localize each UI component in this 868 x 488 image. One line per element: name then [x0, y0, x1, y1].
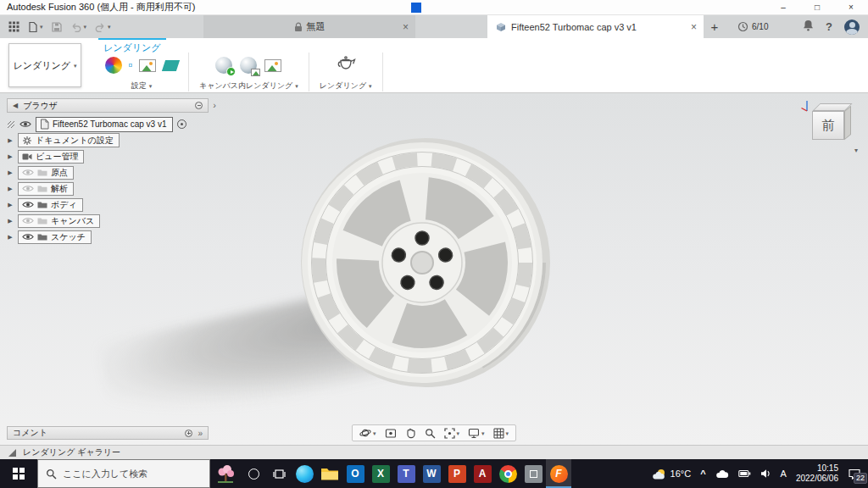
viewcube-right-face[interactable] — [844, 106, 851, 141]
visibility-eye-icon[interactable] — [22, 201, 34, 208]
browser-node[interactable]: 解析 — [18, 182, 74, 196]
browser-node[interactable]: スケッチ — [18, 230, 92, 244]
search-input[interactable] — [63, 469, 198, 479]
close-button[interactable]: × — [834, 0, 868, 14]
undo-button[interactable]: ▾ — [70, 22, 87, 32]
grid-layout-button[interactable]: ▾ — [490, 425, 513, 441]
browser-row-view-management[interactable]: ▶ ビュー管理 — [7, 148, 209, 164]
taskbar-app-outlook[interactable]: O — [342, 459, 368, 488]
add-comment-icon[interactable] — [185, 430, 192, 437]
expand-arrow-icon[interactable]: ▶ — [7, 169, 14, 176]
hidden-icons-chevron[interactable]: ^ — [700, 469, 705, 479]
maximize-button[interactable]: □ — [800, 0, 834, 14]
notifications-bell-icon[interactable] — [803, 19, 814, 35]
task-view-button[interactable] — [266, 459, 292, 488]
browser-root-node[interactable]: Fifteen52 Turbomac cap v3 v1 — [36, 117, 173, 132]
expand-comments-icon[interactable]: » — [198, 429, 203, 438]
render-teapot-icon[interactable] — [336, 56, 356, 75]
in-canvas-render-icon[interactable] — [215, 57, 232, 74]
expand-arrow-icon[interactable]: ▶ — [7, 202, 14, 208]
look-at-button[interactable] — [381, 425, 399, 441]
render-gallery-bar[interactable]: レンダリング ギャラリー — [0, 445, 868, 459]
taskbar-app-chrome[interactable] — [495, 459, 520, 488]
3d-viewport[interactable]: ◀ ブラウザ › Fifteen52 Turbomac cap v3 v1 ▶ — [0, 93, 868, 445]
taskbar-app-teams[interactable]: T — [393, 459, 419, 488]
taskbar-app-autodesk[interactable] — [520, 459, 546, 488]
panel-flyout-icon[interactable]: › — [213, 100, 216, 110]
browser-row-document-settings[interactable]: ▶ ドキュメントの設定 — [7, 132, 209, 148]
minimize-button[interactable]: – — [766, 0, 800, 14]
taskbar-app-edge[interactable] — [292, 459, 317, 488]
group-settings-dropdown[interactable]: 設定 ▾ — [131, 80, 153, 92]
workspace-selector[interactable]: レンダリング ▾ — [8, 43, 81, 87]
taskbar-app-acrobat[interactable]: A — [470, 459, 495, 488]
comments-bar[interactable]: コメント » — [7, 426, 209, 440]
action-center-button[interactable]: 22 — [848, 468, 861, 480]
taskbar-app-file-explorer[interactable] — [317, 459, 342, 488]
browser-root-row[interactable]: Fifteen52 Turbomac cap v3 v1 — [7, 116, 209, 132]
ime-mode-indicator[interactable]: A — [781, 469, 787, 479]
browser-header[interactable]: ◀ ブラウザ › — [7, 98, 209, 113]
redo-button[interactable]: ▾ — [94, 22, 111, 32]
zoom-button[interactable] — [420, 425, 438, 441]
expand-arrow-icon[interactable]: ▶ — [7, 218, 14, 225]
visibility-eye-icon[interactable] — [19, 120, 31, 128]
wheel-model[interactable] — [298, 136, 553, 390]
expand-arrow-icon[interactable]: ▶ — [7, 234, 14, 241]
taskbar-app-powerpoint[interactable]: P — [444, 459, 470, 488]
browser-node[interactable]: ビュー管理 — [18, 150, 84, 164]
taskbar-app-fusion360[interactable]: F — [546, 459, 571, 488]
display-settings-button[interactable]: ▾ — [465, 425, 488, 441]
tab-fifteen52[interactable]: Fifteen52 Turbomac cap v3 v1 × — [487, 15, 704, 38]
browser-row-bodies[interactable]: ▶ ボディ — [7, 197, 209, 213]
appearance-icon[interactable] — [105, 57, 122, 74]
browser-node[interactable]: キャンバス — [18, 214, 100, 228]
browser-node[interactable]: 原点 — [18, 166, 74, 180]
onedrive-cloud-icon[interactable] — [715, 469, 729, 479]
browser-node[interactable]: ボディ — [18, 198, 83, 212]
render-image-icon[interactable] — [264, 59, 281, 72]
help-icon[interactable]: ? — [826, 20, 832, 33]
save-button[interactable] — [51, 21, 63, 33]
browser-row-analysis[interactable]: ▶ 解析 — [7, 180, 209, 197]
texture-map-icon[interactable] — [162, 60, 180, 71]
orbit-button[interactable]: ▾ — [356, 425, 380, 441]
scene-settings-button[interactable] — [130, 64, 131, 66]
viewcube[interactable]: 前 ▾ — [805, 102, 858, 154]
visibility-eye-icon[interactable] — [22, 169, 34, 176]
taskbar-search[interactable] — [37, 459, 210, 488]
file-menu-button[interactable]: ▾ — [27, 21, 43, 33]
weather-widget[interactable]: 16°C — [652, 468, 692, 480]
app-grid-icon[interactable] — [8, 21, 19, 32]
group-in-canvas-dropdown[interactable]: キャンバス内レンダリング ▾ — [199, 80, 298, 92]
battery-icon[interactable] — [738, 469, 751, 478]
visibility-eye-icon[interactable] — [22, 217, 34, 225]
browser-row-origin[interactable]: ▶ 原点 — [7, 164, 209, 180]
speaker-icon[interactable] — [760, 469, 771, 479]
browser-node[interactable]: ドキュメントの設定 — [18, 133, 120, 147]
pan-button[interactable] — [401, 425, 419, 441]
news-interests-button[interactable] — [210, 459, 241, 488]
collapse-panel-icon[interactable]: ◀ — [13, 102, 18, 109]
taskbar-clock[interactable]: 10:15 2022/06/06 — [796, 463, 838, 485]
cortana-button[interactable] — [241, 459, 266, 488]
expand-arrow-icon[interactable]: ▶ — [7, 137, 14, 144]
browser-row-sketches[interactable]: ▶ スケッチ — [7, 229, 209, 245]
expand-arrow-icon[interactable]: ▶ — [7, 186, 14, 192]
decal-icon[interactable] — [139, 59, 156, 72]
visibility-eye-icon[interactable] — [22, 185, 34, 192]
browser-row-canvases[interactable]: ▶ キャンバス — [7, 213, 209, 229]
new-tab-button[interactable]: + — [704, 15, 726, 38]
tab-close-icon[interactable]: × — [691, 21, 697, 33]
viewcube-menu-caret[interactable]: ▾ — [854, 147, 858, 154]
tab-untitled[interactable]: 無題 × — [203, 15, 415, 38]
start-button[interactable] — [0, 459, 37, 488]
fit-button[interactable]: ▾ — [440, 425, 463, 441]
capture-image-icon[interactable] — [240, 57, 257, 74]
activate-component-radio[interactable] — [177, 119, 186, 129]
taskbar-app-excel[interactable]: X — [368, 459, 393, 488]
expand-arrow-icon[interactable]: ▶ — [7, 153, 14, 160]
job-status[interactable]: 6/10 — [737, 15, 768, 38]
user-avatar[interactable] — [844, 19, 860, 35]
visibility-eye-icon[interactable] — [22, 233, 34, 241]
